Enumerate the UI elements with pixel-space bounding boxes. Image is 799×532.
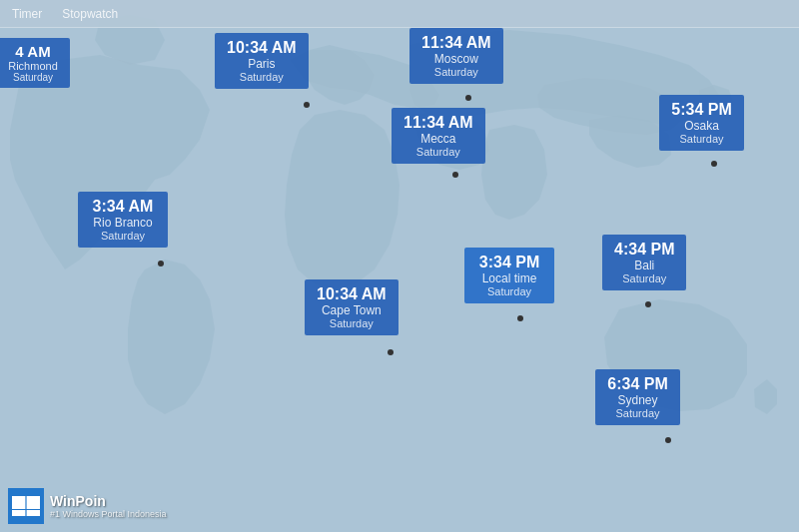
clock-city-mecca: Mecca <box>403 132 473 146</box>
clock-dot-mecca <box>452 172 458 178</box>
clock-dot-rio-branco <box>158 261 164 266</box>
tab-timer[interactable]: Timer <box>12 7 42 21</box>
clock-time-moscow: 11:34 AM <box>421 34 491 52</box>
clock-city-sydney: Sydney <box>607 393 668 407</box>
clock-city-rio-branco: Rio Branco <box>90 216 156 230</box>
clock-dot-cape-town <box>388 349 394 355</box>
clock-card-osaka: 5:34 PM Osaka Saturday <box>659 95 744 151</box>
clock-time-osaka: 5:34 PM <box>671 101 732 119</box>
clock-card-rio-branco: 3:34 AM Rio Branco Saturday <box>78 192 168 248</box>
winpoin-logo <box>8 488 44 524</box>
top-navigation-bar: Timer Stopwatch <box>0 0 799 28</box>
clock-city-osaka: Osaka <box>671 119 732 133</box>
clock-card-cape-town: 10:34 AM Cape Town Saturday <box>305 279 399 335</box>
clock-dot-moscow <box>465 95 471 101</box>
clock-day-mecca: Saturday <box>403 146 473 158</box>
clock-dot-osaka <box>711 161 717 167</box>
clock-day-local: Saturday <box>476 285 542 297</box>
clock-time-bali: 4:34 PM <box>614 241 674 259</box>
tab-stopwatch[interactable]: Stopwatch <box>62 7 118 21</box>
clock-dot-bali <box>645 301 651 307</box>
clock-city-local: Local time <box>476 271 542 285</box>
clock-dot-local <box>517 315 523 321</box>
clock-time-local: 3:34 PM <box>476 254 542 271</box>
clock-dot-paris <box>304 102 310 108</box>
clock-day-paris: Saturday <box>227 71 297 83</box>
clock-city-bali: Bali <box>614 259 674 272</box>
clock-card-local-time: 3:34 PM Local time Saturday <box>464 248 554 303</box>
clock-day-rio-branco: Saturday <box>90 230 156 242</box>
clock-day-bali: Saturday <box>614 272 674 284</box>
watermark-title: WinPoin <box>50 493 167 509</box>
clock-card-paris: 10:34 AM Paris Saturday <box>215 33 309 89</box>
clock-city-cape-town: Cape Town <box>317 303 387 317</box>
clock-city-richmond: Richmond <box>6 60 60 72</box>
clock-card-moscow: 11:34 AM Moscow Saturday <box>409 28 503 84</box>
clock-time-richmond: 4 AM <box>6 43 60 60</box>
clock-day-richmond: Saturday <box>6 72 60 83</box>
clock-time-cape-town: 10:34 AM <box>317 285 387 303</box>
clock-card-bali: 4:34 PM Bali Saturday <box>602 235 686 290</box>
clock-time-rio-branco: 3:34 AM <box>90 198 156 216</box>
clock-day-osaka: Saturday <box>671 133 732 145</box>
watermark-text-block: WinPoin #1 Windows Portal Indonesia <box>50 493 167 519</box>
clock-time-sydney: 6:34 PM <box>607 375 668 393</box>
clock-city-paris: Paris <box>227 57 297 71</box>
clock-day-sydney: Saturday <box>607 407 668 419</box>
clock-dot-sydney <box>665 437 671 443</box>
clock-day-moscow: Saturday <box>421 66 491 78</box>
clock-card-mecca: 11:34 AM Mecca Saturday <box>392 108 485 164</box>
clock-card-sydney: 6:34 PM Sydney Saturday <box>595 369 680 425</box>
clock-card-richmond: 4 AM Richmond Saturday <box>0 38 70 88</box>
clock-day-cape-town: Saturday <box>317 317 387 329</box>
watermark-subtitle: #1 Windows Portal Indonesia <box>50 509 167 519</box>
clock-city-moscow: Moscow <box>421 52 491 66</box>
clock-time-mecca: 11:34 AM <box>403 114 473 132</box>
watermark: WinPoin #1 Windows Portal Indonesia <box>8 488 167 524</box>
clock-time-paris: 10:34 AM <box>227 39 297 57</box>
